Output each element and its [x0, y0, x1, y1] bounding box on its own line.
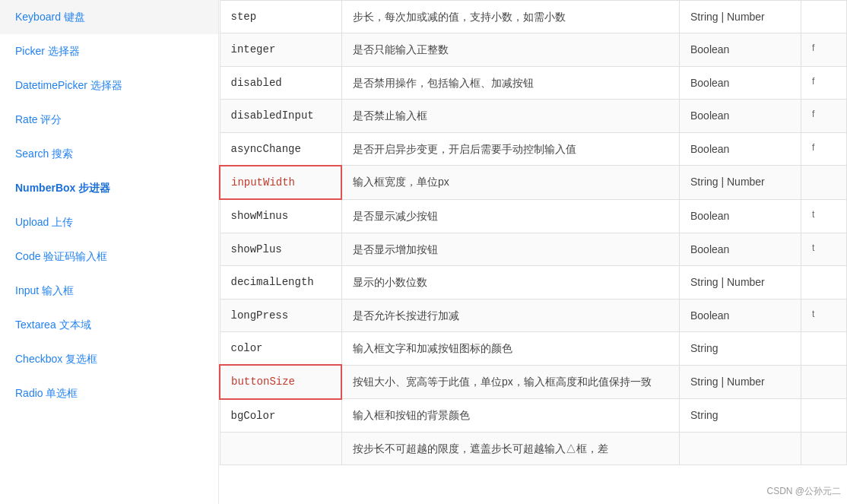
sidebar-item-numberbox[interactable]: NumberBox 步进器	[0, 171, 218, 205]
desc-cell: 输入框和按钮的背景颜色	[341, 399, 680, 433]
attr-cell: disabled	[220, 66, 341, 99]
table-row: asyncChange是否开启异步变更，开启后需要手动控制输入值Booleanf	[220, 132, 847, 166]
desc-cell: 是否只能输入正整数	[341, 33, 680, 66]
table-row: integer是否只能输入正整数Booleanf	[220, 33, 847, 66]
type-cell: Boolean	[680, 132, 801, 166]
desc-cell: 是否显示增加按钮	[341, 233, 680, 265]
attr-cell: step	[220, 1, 341, 33]
table-row: showPlus是否显示增加按钮Booleant	[220, 233, 847, 265]
default-cell: f	[801, 66, 847, 99]
sidebar-item-radio[interactable]: Radio 单选框	[0, 376, 218, 410]
desc-cell: 是否禁用操作，包括输入框、加减按钮	[341, 66, 680, 99]
table-row: decimalLength显示的小数位数String | Number	[220, 266, 847, 299]
main-content: step步长，每次加或减的值，支持小数，如需小数String | Numberi…	[219, 0, 847, 504]
attr-cell: buttonSize	[220, 365, 341, 398]
table-row: 按步长不可超越的限度，遮盖步长可超越输入△框，差	[220, 433, 847, 465]
default-cell	[801, 399, 847, 433]
sidebar-item-input[interactable]: Input 输入框	[0, 274, 218, 308]
default-cell	[801, 1, 847, 33]
attr-cell: decimalLength	[220, 266, 341, 299]
table-row: inputWidth输入框宽度，单位pxString | Number	[220, 166, 847, 199]
desc-cell: 显示的小数位数	[341, 266, 680, 299]
default-cell: t	[801, 233, 847, 265]
attr-cell: bgColor	[220, 399, 341, 433]
desc-cell: 按钮大小、宽高等于此值，单位px，输入框高度和此值保持一致	[341, 365, 680, 398]
sidebar-item-search[interactable]: Search 搜索	[0, 137, 218, 171]
type-cell: Boolean	[680, 33, 801, 66]
sidebar-item-rate[interactable]: Rate 评分	[0, 103, 218, 137]
table-row: longPress是否允许长按进行加减Booleant	[220, 299, 847, 331]
attr-cell: showMinus	[220, 199, 341, 233]
attr-cell: asyncChange	[220, 132, 341, 166]
desc-cell: 是否显示减少按钮	[341, 199, 680, 233]
default-cell: f	[801, 33, 847, 66]
desc-cell: 输入框宽度，单位px	[341, 166, 680, 199]
default-cell: f	[801, 132, 847, 166]
table-row: buttonSize按钮大小、宽高等于此值，单位px，输入框高度和此值保持一致S…	[220, 365, 847, 398]
type-cell: String | Number	[680, 266, 801, 299]
attr-cell: disabledInput	[220, 100, 341, 132]
default-cell: t	[801, 299, 847, 331]
type-cell: String	[680, 399, 801, 433]
desc-cell: 是否禁止输入框	[341, 100, 680, 132]
default-cell	[801, 365, 847, 398]
default-cell	[801, 266, 847, 299]
type-cell: Boolean	[680, 199, 801, 233]
table-row: showMinus是否显示减少按钮Booleant	[220, 199, 847, 233]
default-cell	[801, 166, 847, 199]
desc-cell: 输入框文字和加减按钮图标的颜色	[341, 331, 680, 365]
sidebar-item-textarea[interactable]: Textarea 文本域	[0, 308, 218, 342]
default-cell	[801, 433, 847, 465]
table-row: step步长，每次加或减的值，支持小数，如需小数String | Number	[220, 1, 847, 33]
desc-cell: 是否允许长按进行加减	[341, 299, 680, 331]
sidebar-item-keyboard[interactable]: Keyboard 键盘	[0, 0, 218, 34]
desc-cell: 是否开启异步变更，开启后需要手动控制输入值	[341, 132, 680, 166]
type-cell: String	[680, 331, 801, 365]
type-cell: Boolean	[680, 66, 801, 99]
attr-cell: color	[220, 331, 341, 365]
type-cell	[680, 433, 801, 465]
sidebar-item-code[interactable]: Code 验证码输入框	[0, 239, 218, 274]
type-cell: String | Number	[680, 1, 801, 33]
attr-cell: inputWidth	[220, 166, 341, 199]
desc-cell: 步长，每次加或减的值，支持小数，如需小数	[341, 1, 680, 33]
type-cell: Boolean	[680, 233, 801, 265]
props-table: step步长，每次加或减的值，支持小数，如需小数String | Numberi…	[219, 0, 847, 465]
sidebar-item-checkbox[interactable]: Checkbox 复选框	[0, 342, 218, 376]
default-cell	[801, 331, 847, 365]
sidebar-item-picker[interactable]: Picker 选择器	[0, 34, 218, 68]
attr-cell: integer	[220, 33, 341, 66]
attr-cell	[220, 433, 341, 465]
type-cell: String | Number	[680, 365, 801, 398]
sidebar: Keyboard 键盘Picker 选择器DatetimePicker 选择器R…	[0, 0, 219, 504]
sidebar-item-datetimepicker[interactable]: DatetimePicker 选择器	[0, 68, 218, 103]
table-row: disabledInput是否禁止输入框Booleanf	[220, 100, 847, 132]
table-row: bgColor输入框和按钮的背景颜色String	[220, 399, 847, 433]
default-cell: f	[801, 100, 847, 132]
type-cell: Boolean	[680, 299, 801, 331]
table-row: color输入框文字和加减按钮图标的颜色String	[220, 331, 847, 365]
attr-cell: longPress	[220, 299, 341, 331]
default-cell: t	[801, 199, 847, 233]
attr-cell: showPlus	[220, 233, 341, 265]
table-row: disabled是否禁用操作，包括输入框、加减按钮Booleanf	[220, 66, 847, 99]
type-cell: String | Number	[680, 166, 801, 199]
type-cell: Boolean	[680, 100, 801, 132]
desc-cell: 按步长不可超越的限度，遮盖步长可超越输入△框，差	[341, 433, 680, 465]
sidebar-item-upload[interactable]: Upload 上传	[0, 205, 218, 239]
